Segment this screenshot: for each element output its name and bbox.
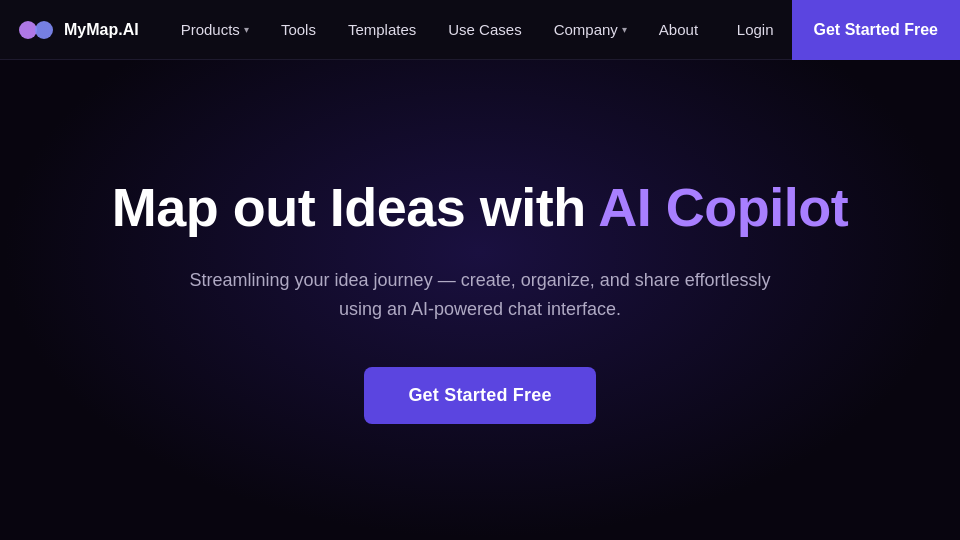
hero-section: Map out Ideas with AI Copilot Streamlini… [0,60,960,540]
nav-item-use-cases[interactable]: Use Cases [434,13,535,46]
hero-title-highlight: AI Copilot [598,177,848,237]
nav-item-tools[interactable]: Tools [267,13,330,46]
logo-icon [16,10,56,50]
navbar: MyMap.AI Products ▾ Tools Templates Use … [0,0,960,60]
svg-point-1 [35,21,53,39]
logo-text: MyMap.AI [64,21,139,39]
logo-link[interactable]: MyMap.AI [16,10,139,50]
nav-item-company[interactable]: Company ▾ [540,13,641,46]
hero-title: Map out Ideas with AI Copilot [112,176,848,238]
nav-cta-button[interactable]: Get Started Free [792,0,960,60]
nav-item-products[interactable]: Products ▾ [167,13,263,46]
hero-cta-button[interactable]: Get Started Free [364,367,595,424]
chevron-down-icon: ▾ [244,24,249,35]
svg-point-0 [19,21,37,39]
nav-item-about[interactable]: About [645,13,712,46]
chevron-down-icon: ▾ [622,24,627,35]
login-link[interactable]: Login [719,13,792,46]
nav-links: Products ▾ Tools Templates Use Cases Com… [167,13,719,46]
hero-title-part1: Map out Ideas with [112,177,599,237]
nav-item-templates[interactable]: Templates [334,13,430,46]
hero-subtitle: Streamlining your idea journey — create,… [180,266,780,324]
